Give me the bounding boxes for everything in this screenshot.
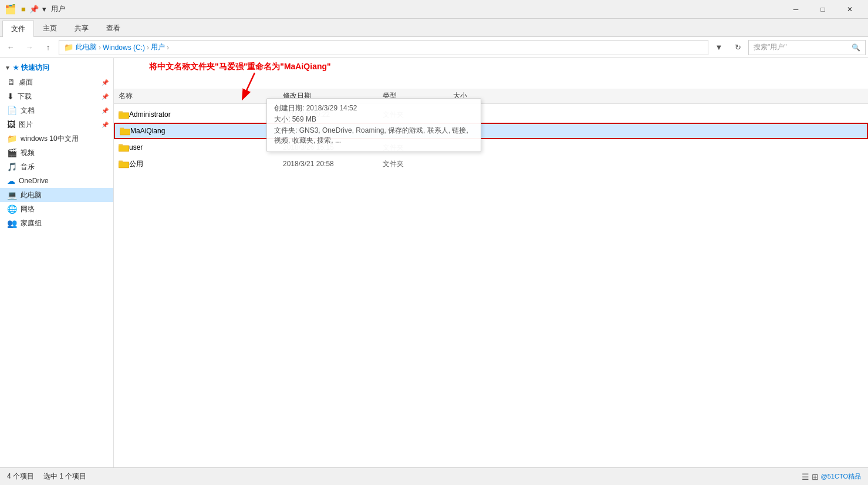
col-name-label: 名称	[119, 91, 133, 101]
path-sep-1: ›	[99, 43, 101, 52]
path-sep-3: ›	[167, 43, 169, 52]
file-type-public: 文件夹	[383, 159, 453, 169]
folder-icon: 📁	[7, 134, 17, 143]
search-box[interactable]: 搜索"用户" 🔍	[748, 40, 866, 55]
up-button[interactable]: ↑	[40, 39, 56, 56]
pictures-icon: 🖼	[7, 120, 15, 129]
sidebar-homegroup-label: 家庭组	[21, 218, 42, 228]
svg-rect-10	[119, 146, 129, 151]
video-icon: 🎬	[7, 148, 17, 157]
file-type-user: 文件夹	[383, 143, 453, 153]
folder-icon-maaqiang	[120, 126, 130, 136]
sidebar-thispc-label: 此电脑	[21, 190, 42, 200]
col-header-type[interactable]: 类型	[383, 91, 453, 101]
sidebar-item-thispc[interactable]: 💻 此电脑	[0, 188, 113, 202]
sidebar-item-downloads[interactable]: ⬇ 下载 📌	[0, 89, 113, 103]
col-header-date[interactable]: 修改日期	[283, 91, 383, 101]
sidebar-item-onedrive[interactable]: ☁ OneDrive	[0, 174, 113, 188]
col-type-label: 类型	[383, 91, 397, 101]
sidebar-item-windows10[interactable]: 📁 windows 10中文用	[0, 132, 113, 146]
sidebar-item-music[interactable]: 🎵 音乐	[0, 160, 113, 174]
address-bar: ← → ↑ 📁 此电脑 › Windows (C:) › 用户 › ▼ ↻ 搜索…	[0, 37, 868, 58]
watermark: @51CTO精品	[821, 472, 861, 481]
refresh-button[interactable]: ↻	[729, 39, 746, 56]
sidebar-item-homegroup[interactable]: 👥 家庭组	[0, 216, 113, 230]
desktop-icon: 🖥	[7, 78, 15, 87]
ribbon-tabs: 文件 主页 共享 查看	[0, 19, 868, 36]
file-name-public: 公用	[129, 159, 283, 169]
col-header-size[interactable]: 大小	[453, 91, 863, 101]
onedrive-icon: ☁	[7, 176, 15, 186]
file-row-administrator[interactable]: Administrator 2018/4/8 20:22 文件夹	[114, 106, 868, 123]
file-row-public[interactable]: 公用 2018/3/21 20:58 文件夹	[114, 156, 868, 172]
col-size-label: 大小	[453, 91, 467, 101]
title-bar: 🗂️ ■ 📌 ▾ 用户 ─ □ ✕	[0, 0, 868, 19]
svg-rect-4	[119, 113, 129, 118]
file-name-user: user	[129, 143, 283, 151]
maximize-button[interactable]: □	[809, 0, 836, 19]
pin-icon: 📌	[29, 5, 39, 14]
sidebar: ▼ ★ 快速访问 🖥 桌面 📌 ⬇ 下载 📌 📄 文档 📌 🖼 图片 📌 📁 w…	[0, 58, 114, 468]
svg-rect-13	[119, 162, 129, 167]
ribbon: 文件 主页 共享 查看	[0, 19, 868, 37]
back-button[interactable]: ←	[2, 39, 19, 56]
status-bar: 4 个项目 选中 1 个项目 ☰ ⊞ @51CTO精品	[0, 467, 868, 485]
pin-icon-3: 📌	[102, 107, 109, 114]
path-windows-c[interactable]: Windows (C:)	[103, 43, 145, 52]
title-bar-icons: 🗂️ ■ 📌 ▾	[5, 4, 46, 15]
sidebar-onedrive-label: OneDrive	[19, 177, 49, 185]
close-button[interactable]: ✕	[836, 0, 863, 19]
path-this-pc[interactable]: 此电脑	[76, 42, 97, 52]
pin-icon-2: 📌	[102, 93, 109, 100]
address-bar-right: ▼ ↻ 搜索"用户" 🔍	[711, 39, 866, 56]
content-area: 将中文名称文件夹"马爱强"重命名为"MaAiQiang" 名称 修改日期 类型	[114, 58, 868, 468]
window-title: 用户	[51, 4, 65, 14]
sidebar-windows10-label: windows 10中文用	[21, 134, 79, 144]
minimize-button[interactable]: ─	[782, 0, 809, 19]
sidebar-music-label: 音乐	[21, 162, 35, 172]
downloads-icon: ⬇	[7, 92, 14, 101]
quick-access-label: 快速访问	[21, 63, 49, 73]
file-row-maaqiang[interactable]: MaAiQiang 2018/3/29 14:52 文件夹	[114, 123, 868, 139]
view-details-button[interactable]: ☰	[802, 472, 809, 481]
file-type-maaqiang: 文件夹	[384, 126, 454, 136]
network-icon: 🌐	[7, 204, 17, 214]
app-icon: 🗂️	[5, 4, 16, 15]
main-area: ▼ ★ 快速访问 🖥 桌面 📌 ⬇ 下载 📌 📄 文档 📌 🖼 图片 📌 📁 w…	[0, 58, 868, 468]
sidebar-downloads-label: 下载	[18, 92, 32, 102]
sidebar-item-desktop[interactable]: 🖥 桌面 📌	[0, 75, 113, 89]
file-date-administrator: 2018/4/8 20:22	[283, 110, 383, 119]
sidebar-item-video[interactable]: 🎬 视频	[0, 146, 113, 160]
pin-icon: 📌	[102, 79, 109, 86]
homegroup-icon: 👥	[7, 218, 17, 228]
sidebar-item-pictures[interactable]: 🖼 图片 📌	[0, 117, 113, 132]
sidebar-quick-access-header[interactable]: ▼ ★ 快速访问	[0, 60, 113, 75]
sidebar-item-documents[interactable]: 📄 文档 📌	[0, 103, 113, 117]
file-name-administrator: Administrator	[129, 110, 283, 119]
chevron-down-icon: ▼	[5, 65, 11, 71]
path-users[interactable]: 用户	[151, 42, 165, 52]
file-type-administrator: 文件夹	[383, 110, 453, 120]
forward-button[interactable]: →	[21, 39, 38, 56]
sidebar-documents-label: 文档	[21, 106, 35, 116]
music-icon: 🎵	[7, 162, 17, 171]
file-row-user[interactable]: user 2018/3/26 15:15 文件夹	[114, 139, 868, 156]
dropdown-button[interactable]: ▼	[711, 39, 727, 56]
tab-file[interactable]: 文件	[2, 21, 34, 37]
col-date-label: 修改日期	[283, 91, 311, 101]
col-header-name[interactable]: 名称	[119, 91, 283, 101]
file-date-maaqiang: 2018/3/29 14:52	[284, 127, 384, 135]
address-path[interactable]: 📁 此电脑 › Windows (C:) › 用户 ›	[59, 40, 708, 55]
sidebar-pictures-label: 图片	[19, 120, 33, 130]
down-arrow-icon: ▾	[42, 5, 46, 14]
view-tiles-button[interactable]: ⊞	[812, 472, 819, 481]
svg-rect-7	[120, 129, 130, 134]
item-count: 4 个项目	[7, 471, 34, 481]
search-placeholder: 搜索"用户"	[754, 42, 787, 52]
sidebar-item-network[interactable]: 🌐 网络	[0, 202, 113, 216]
tab-view[interactable]: 查看	[97, 20, 129, 36]
tab-home[interactable]: 主页	[34, 20, 66, 36]
file-name-maaqiang: MaAiQiang	[130, 127, 284, 135]
title-controls: ─ □ ✕	[782, 0, 863, 19]
tab-share[interactable]: 共享	[66, 20, 97, 36]
